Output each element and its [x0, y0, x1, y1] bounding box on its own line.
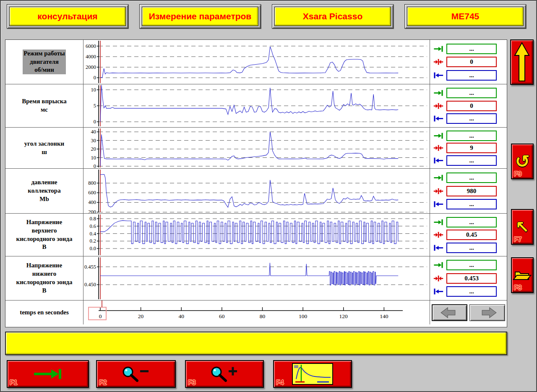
cursor-to-start-icon: [433, 72, 443, 79]
value-box-min: ...: [446, 113, 497, 124]
f9-label: F9: [514, 170, 522, 178]
chart-row-engine-rpm: Режим работы двигателя об/мин 6000400020…: [5, 40, 507, 84]
cursor-current-icon: [433, 275, 443, 282]
chart-values-manifold-pressure: ... 980 ...: [430, 169, 507, 213]
time-axis-plot[interactable]: 020406080100120140: [83, 301, 430, 324]
svg-text:10: 10: [91, 155, 96, 161]
value-row-min: ...: [430, 243, 507, 253]
value-row-current: 0: [430, 57, 507, 67]
value-box-current: 980: [446, 186, 497, 196]
time-axis-row: temps en secondes 020406080100120140: [5, 301, 507, 324]
chart-plot-manifold-pressure[interactable]: 800600400200: [83, 169, 430, 213]
svg-text:0.0: 0.0: [89, 246, 96, 251]
scroll-up-button[interactable]: [510, 39, 534, 85]
time-axis-label: temps en secondes: [5, 301, 83, 324]
value-box-max: ...: [446, 88, 497, 98]
value-box-current: 9: [446, 143, 497, 153]
header-button-frame: Xsara Picasso: [272, 4, 394, 29]
svg-text:4000: 4000: [86, 54, 96, 60]
header-button-frame: ME745: [404, 4, 526, 29]
svg-text:100: 100: [299, 313, 308, 319]
chart-plot-injection-time[interactable]: 1050: [83, 84, 430, 127]
f2-zoom-out-button[interactable]: F2: [96, 360, 176, 388]
header-button-measurement[interactable]: Измерение параметров: [142, 7, 258, 26]
svg-text:400: 400: [88, 199, 96, 205]
value-row-current: 0.45: [430, 230, 507, 240]
chart-panel: Режим работы двигателя об/мин 6000400020…: [5, 39, 507, 327]
svg-text:0: 0: [99, 313, 102, 319]
cursor-to-start-icon: [433, 115, 443, 122]
chart-label-downstream-o2: Напряжение нижнего кислородного зонда В: [5, 256, 83, 300]
open-folder-icon: [513, 268, 532, 283]
chart-row-upstream-o2: Напряжение верхнего кислородного зонда В…: [5, 214, 507, 256]
value-box-current: 0: [446, 101, 497, 111]
value-row-max: ...: [430, 172, 507, 183]
svg-text:30: 30: [91, 138, 96, 144]
cursor-to-end-icon: [433, 89, 443, 97]
f2-label: F2: [99, 379, 107, 387]
header-button-consultation[interactable]: консультация: [9, 7, 126, 26]
cursor-current-icon: [433, 58, 443, 65]
header-button-ecu[interactable]: ME745: [407, 7, 524, 26]
value-row-min: ...: [430, 113, 507, 124]
cursor-to-end-icon: [433, 174, 443, 181]
svg-text:20: 20: [91, 146, 96, 152]
svg-text:600: 600: [88, 190, 96, 196]
value-row-current: 0.453: [430, 273, 507, 284]
chart-label-text: Время впрыска мс: [21, 97, 67, 114]
value-box-max: ...: [446, 217, 497, 227]
value-row-min: ...: [430, 155, 507, 166]
chart-label-text: Режим работы двигателя об/мин: [23, 50, 66, 74]
value-box-max: ...: [446, 131, 497, 141]
chart-label-text: давление коллектора Mb: [27, 178, 61, 203]
time-axis-label-text: temps en secondes: [19, 308, 70, 317]
f7-back-button[interactable]: ↖ F7: [511, 209, 534, 245]
value-row-max: ...: [430, 44, 507, 54]
value-box-min: ...: [446, 286, 497, 297]
f4-label: F4: [276, 379, 284, 387]
status-bar: [5, 332, 507, 355]
f4-graph-view-button[interactable]: F4: [273, 360, 352, 388]
right-arrow-icon: [476, 306, 499, 319]
arrow-up-left-icon: ↖: [515, 219, 529, 235]
f1-step-button[interactable]: F1: [7, 360, 89, 388]
value-box-max: ...: [446, 172, 497, 183]
header-button-frame: Измерение параметров: [139, 4, 261, 29]
svg-text:0.6: 0.6: [89, 223, 96, 229]
header-button-frame: консультация: [7, 4, 128, 29]
value-box-current: 0.45: [446, 230, 497, 240]
svg-text:200: 200: [88, 209, 96, 213]
chart-values-upstream-o2: ... 0.45 ...: [430, 214, 507, 256]
value-row-current: 0: [430, 101, 507, 111]
f8-open-button[interactable]: F8: [511, 257, 534, 293]
left-arrow-icon: [438, 306, 461, 319]
value-row-max: ...: [430, 260, 507, 270]
value-row-max: ...: [430, 217, 507, 227]
chart-row-manifold-pressure: давление коллектора Mb 800600400200 ... …: [5, 169, 507, 214]
chart-values-downstream-o2: ... 0.453 ...: [430, 256, 507, 300]
value-row-min: ...: [430, 199, 507, 209]
f9-refresh-button[interactable]: ↺ F9: [511, 144, 534, 179]
chart-plot-upstream-o2[interactable]: 0.80.60.40.20.0: [83, 214, 430, 256]
f3-label: F3: [188, 379, 196, 387]
cursor-to-end-icon: [433, 261, 443, 269]
up-arrow-icon: [514, 42, 530, 83]
value-box-min: ...: [446, 199, 497, 209]
svg-text:60: 60: [219, 313, 225, 319]
chart-label-text: угол заслонки ш: [23, 140, 65, 157]
svg-text:80: 80: [260, 313, 266, 319]
scroll-left-button[interactable]: [432, 304, 467, 321]
cursor-to-end-icon: [433, 45, 443, 52]
f3-zoom-in-button[interactable]: F3: [185, 360, 264, 388]
f7-label: F7: [514, 236, 522, 243]
svg-text:0: 0: [94, 119, 96, 125]
header-button-vehicle[interactable]: Xsara Picasso: [274, 7, 391, 26]
chart-plot-engine-rpm[interactable]: 6000400020000: [83, 40, 430, 84]
chart-row-injection-time: Время впрыска мс 1050 ... 0 ...: [5, 84, 507, 128]
chart-plot-downstream-o2[interactable]: 0.4550.450: [83, 256, 430, 300]
scroll-right-button[interactable]: [469, 304, 505, 321]
chart-label-upstream-o2: Напряжение верхнего кислородного зонда В: [5, 214, 83, 256]
chart-plot-throttle-angle[interactable]: 403020100: [83, 128, 430, 168]
svg-text:0.450: 0.450: [84, 282, 96, 287]
chart-values-engine-rpm: ... 0 ...: [430, 40, 507, 84]
